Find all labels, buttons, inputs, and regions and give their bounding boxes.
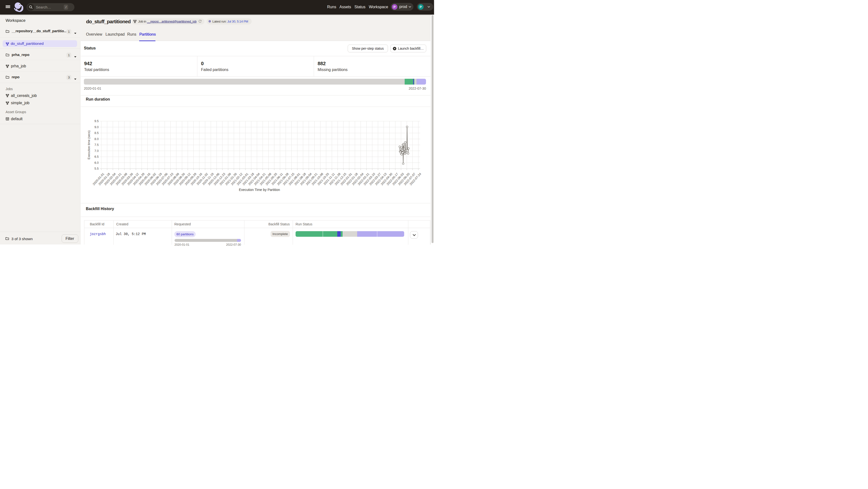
svg-text:7.5: 7.5 — [95, 143, 99, 146]
svg-text:5.5: 5.5 — [95, 167, 99, 170]
svg-text:9.0: 9.0 — [95, 126, 99, 129]
svg-text:8.5: 8.5 — [95, 131, 99, 135]
svg-text:6.5: 6.5 — [95, 155, 99, 159]
svg-text:7.0: 7.0 — [95, 149, 99, 153]
svg-text:8.0: 8.0 — [95, 137, 99, 141]
svg-text:Execution Time by Partition: Execution Time by Partition — [239, 188, 280, 192]
svg-text:9.5: 9.5 — [95, 120, 99, 123]
svg-text:Execution time (secs): Execution time (secs) — [87, 130, 91, 159]
svg-text:6.0: 6.0 — [95, 161, 99, 165]
